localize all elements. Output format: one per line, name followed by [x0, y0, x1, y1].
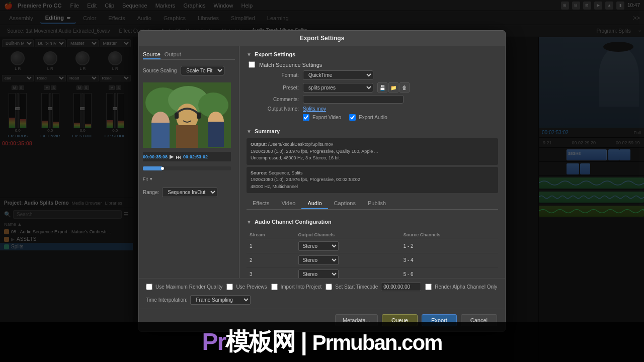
stream-1-output: Stereo — [295, 239, 400, 253]
preset-row: Preset: splits prores 💾 📁 🗑 — [247, 82, 498, 93]
match-sequence-checkbox[interactable] — [249, 61, 255, 68]
stream-col-header: Stream — [247, 231, 295, 239]
stream-3-output: Stereo — [295, 267, 400, 279]
import-into-project-checkbox[interactable] — [271, 284, 278, 290]
format-label: Format: — [249, 72, 299, 78]
stream-1-output-select[interactable]: Stereo — [298, 241, 339, 251]
audio-channel-config: ▼ Audio Channel Configuration Stream Out… — [247, 219, 498, 278]
set-start-timecode-checkbox[interactable] — [326, 284, 332, 290]
summary-toggle: ▼ — [247, 129, 252, 134]
use-max-render-label: Use Maximum Render Quality — [155, 284, 222, 290]
audio-tab[interactable]: Audio — [301, 198, 328, 209]
match-sequence-label: Match Sequence Settings — [259, 62, 322, 68]
bottom-options: Use Maximum Render Quality Use Previews … — [139, 278, 505, 309]
video-timecode-in: 00:00:35:08 — [143, 154, 168, 159]
use-previews-label: Use Previews — [236, 284, 267, 290]
render-alpha-row: Render Alpha Channel Only — [425, 283, 497, 291]
svg-rect-5 — [151, 123, 170, 148]
export-settings-header[interactable]: ▼ Export Settings — [247, 51, 498, 57]
modal-title: Export Settings — [300, 35, 345, 42]
video-progress-fill — [143, 166, 163, 170]
export-video-checkbox[interactable] — [303, 114, 309, 121]
export-options-row: Export Video Export Audio — [247, 114, 498, 121]
export-settings-dialog: Export Settings Source Output Source Sca… — [138, 30, 506, 332]
format-row: Format: QuickTime — [247, 70, 498, 80]
preset-save-btn[interactable]: 💾 — [377, 82, 387, 93]
use-max-render-checkbox[interactable] — [146, 284, 152, 290]
captions-tab[interactable]: Captions — [328, 198, 362, 209]
set-start-timecode-row: Set Start Timecode — [326, 283, 421, 291]
stream-row-1: 1 Stereo 1 - 2 — [247, 239, 498, 253]
export-audio-checkbox[interactable] — [349, 114, 356, 121]
video-controls: 00:00:35:08 ▶ ⏭ 00:02:53:02 — [143, 152, 231, 161]
acc-title: Audio Channel Configuration — [255, 219, 332, 225]
fit-row: Fit ▾ — [143, 176, 235, 182]
video-tab[interactable]: Video — [275, 198, 301, 209]
preset-select[interactable]: splits prores — [303, 83, 373, 93]
source-scaling-row: Source Scaling Scale To Fit — [143, 66, 235, 75]
import-into-project-row: Import Into Project — [271, 283, 322, 291]
source-tab[interactable]: Source — [143, 50, 160, 59]
svg-rect-8 — [175, 113, 179, 119]
comments-row: Comments: — [247, 95, 498, 104]
source-channels-col-header: Source Channels — [400, 231, 498, 239]
stream-3-num: 3 — [247, 267, 295, 279]
render-alpha-label: Render Alpha Channel Only — [435, 284, 497, 290]
step-forward-button[interactable]: ⏭ — [176, 154, 181, 160]
play-button[interactable]: ▶ — [170, 153, 174, 160]
video-timecode-out: 00:02:53:02 — [183, 154, 208, 159]
summary-header[interactable]: ▼ Summary — [247, 128, 498, 134]
stream-2-num: 2 — [247, 253, 295, 267]
cancel-button[interactable]: Cancel — [461, 314, 497, 326]
modal-overlay[interactable]: Export Settings Source Output Source Sca… — [0, 0, 644, 362]
stream-row-3: 3 Stereo 5 - 6 — [247, 267, 498, 279]
modal-left-panel: Source Output Source Scaling Scale To Fi… — [139, 46, 239, 278]
stream-2-source: 3 - 4 — [400, 253, 498, 267]
acc-toggle: ▼ — [247, 219, 252, 225]
start-timecode-input[interactable] — [381, 283, 421, 291]
time-interpolation-label: Time Interpolation: — [146, 297, 187, 303]
summary-section: ▼ Summary Output: /Users/ksoul/Desktop/S… — [247, 128, 498, 193]
preset-label: Preset: — [249, 85, 299, 90]
video-progress-bar[interactable] — [143, 166, 231, 170]
output-name-row: Output Name: Splits.mov — [247, 106, 498, 112]
summary-label: Summary — [255, 128, 280, 134]
range-select[interactable]: Sequence In/Out — [162, 188, 217, 197]
time-interpolation-row: Time Interpolation: Frame Sampling — [146, 295, 251, 305]
output-tab[interactable]: Output — [165, 50, 181, 59]
use-previews-checkbox[interactable] — [226, 284, 233, 290]
audio-channel-table: Stream Output Channels Source Channels 1 — [247, 231, 498, 278]
stream-row-2: 2 Stereo 3 - 4 — [247, 253, 498, 267]
export-button[interactable]: Export — [422, 314, 457, 326]
publish-tab[interactable]: Publish — [362, 198, 392, 209]
preset-import-btn[interactable]: 📁 — [388, 82, 398, 93]
scene-svg — [143, 82, 231, 148]
stream-1-num: 1 — [247, 239, 295, 253]
source-scaling-select[interactable]: Scale To Fit — [181, 66, 224, 75]
source-scaling-label: Source Scaling — [143, 68, 177, 73]
source-summary: Source: Sequence, Splits 1920x1080 (1.0)… — [247, 167, 498, 194]
use-previews-row: Use Previews — [226, 283, 267, 291]
render-alpha-checkbox[interactable] — [425, 284, 432, 290]
comments-input[interactable] — [303, 95, 404, 104]
stream-3-output-select[interactable]: Stereo — [298, 269, 339, 278]
comments-label: Comments: — [249, 97, 299, 102]
queue-button[interactable]: Queue — [382, 314, 418, 326]
time-interpolation-select[interactable]: Frame Sampling — [190, 295, 251, 305]
modal-title-bar: Export Settings — [139, 31, 505, 46]
svg-rect-9 — [197, 113, 201, 119]
effects-tab[interactable]: Effects — [247, 198, 275, 209]
export-toggle: ▼ — [247, 52, 252, 57]
acc-header[interactable]: ▼ Audio Channel Configuration — [247, 219, 498, 225]
output-name-link[interactable]: Splits.mov — [303, 106, 326, 112]
set-start-timecode-label: Set Start Timecode — [335, 284, 378, 290]
export-tab-row: Effects Video Audio Captions Publish — [247, 198, 498, 210]
source-output-tabs: Source Output — [143, 50, 235, 60]
format-select[interactable]: QuickTime — [303, 70, 373, 80]
fit-label: Fit — [143, 176, 148, 182]
metadata-button[interactable]: Metadata... — [335, 314, 378, 326]
export-video-label: Export Video — [312, 115, 341, 120]
modal-footer: Metadata... Queue Export Cancel — [139, 309, 505, 331]
stream-2-output-select[interactable]: Stereo — [298, 255, 339, 265]
preset-delete-btn[interactable]: 🗑 — [399, 82, 410, 93]
